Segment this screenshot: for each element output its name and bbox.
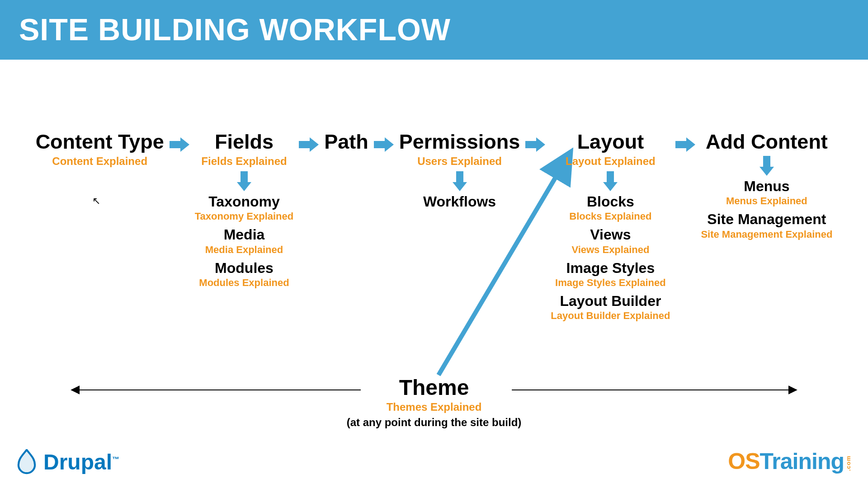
theme-block: Theme Themes Explained (at any point dur… [0, 375, 868, 429]
child-title: Taxonomy [195, 194, 293, 210]
workflow-step: PermissionsUsers ExplainedWorkflows [399, 131, 520, 214]
drupal-text: Drupal [43, 450, 112, 474]
theme-subtitle: Themes Explained [0, 401, 868, 413]
cursor-icon: ↖ [92, 195, 100, 207]
arrow-down-icon [237, 171, 251, 191]
ost-training-text: Training [760, 449, 844, 474]
drupal-logo: Drupal™ [16, 449, 119, 474]
slide: SITE BUILDING WORKFLOW Content TypeConte… [0, 0, 868, 488]
page-title: SITE BUILDING WORKFLOW [19, 12, 849, 47]
theme-title: Theme [0, 375, 868, 400]
child-item: Image StylesImage Styles Explained [555, 260, 666, 289]
step-subtitle: Layout Explained [566, 155, 656, 168]
drupal-tm: ™ [112, 455, 119, 463]
child-subtitle: Image Styles Explained [555, 277, 666, 289]
svg-marker-6 [525, 137, 545, 152]
step-title: Content Type [36, 131, 164, 152]
drupal-drop-icon [16, 449, 37, 474]
arrow-right-icon [170, 137, 189, 152]
workflow-step: Content TypeContent Explained [36, 131, 164, 168]
child-item: TaxonomyTaxonomy Explained [195, 194, 293, 222]
svg-marker-3 [299, 137, 319, 152]
child-subtitle: Taxonomy Explained [195, 211, 293, 222]
svg-marker-9 [760, 156, 774, 176]
child-title: Layout Builder [551, 293, 670, 309]
ostraining-logo: OSTraining.com [728, 448, 852, 474]
step-title: Fields [215, 131, 274, 152]
child-item: Layout BuilderLayout Builder Explained [551, 293, 670, 322]
child-subtitle: Site Management Explained [701, 229, 832, 240]
arrow-right-icon [299, 137, 319, 152]
arrow-down-icon [453, 171, 467, 191]
svg-marker-5 [453, 171, 467, 191]
step-title: Path [324, 131, 368, 152]
workflow-step: Add ContentMenusMenus ExplainedSite Mana… [701, 131, 832, 245]
arrow-right-icon [374, 137, 394, 152]
child-subtitle: Modules Explained [199, 277, 289, 289]
theme-note: (at any point during the site build) [0, 416, 868, 429]
child-item: Site ManagementSite Management Explained [701, 211, 832, 240]
step-children: BlocksBlocks ExplainedViewsViews Explain… [551, 194, 670, 326]
child-title: Workflows [423, 194, 496, 210]
step-subtitle: Fields Explained [201, 155, 287, 168]
svg-marker-4 [374, 137, 394, 152]
child-title: Media [205, 227, 283, 243]
footer: Drupal™ OSTraining.com [0, 448, 868, 479]
svg-marker-8 [675, 137, 695, 152]
child-item: MenusMenus Explained [726, 178, 807, 207]
child-item: ViewsViews Explained [571, 227, 649, 255]
child-title: Image Styles [555, 260, 666, 276]
step-title: Layout [577, 131, 644, 152]
svg-marker-7 [603, 171, 618, 191]
step-title: Permissions [399, 131, 520, 152]
step-title: Add Content [706, 131, 828, 152]
child-item: BlocksBlocks Explained [569, 194, 651, 222]
arrow-down-icon [603, 171, 618, 191]
child-item: MediaMedia Explained [205, 227, 283, 255]
child-title: Blocks [569, 194, 651, 210]
child-title: Views [571, 227, 649, 243]
child-title: Menus [726, 178, 807, 194]
svg-marker-2 [237, 171, 251, 191]
step-subtitle: Users Explained [417, 155, 502, 168]
step-children: TaxonomyTaxonomy ExplainedMediaMedia Exp… [195, 194, 293, 293]
step-children: Workflows [423, 194, 496, 214]
title-bar: SITE BUILDING WORKFLOW [0, 0, 868, 60]
step-children: MenusMenus ExplainedSite ManagementSite … [701, 178, 832, 244]
child-title: Site Management [701, 211, 832, 227]
step-subtitle: Content Explained [52, 155, 147, 168]
child-item: ModulesModules Explained [199, 260, 289, 289]
workflow-step: FieldsFields ExplainedTaxonomyTaxonomy E… [195, 131, 293, 293]
arrow-right-icon [675, 137, 695, 152]
child-title: Modules [199, 260, 289, 276]
arrow-right-icon [525, 137, 545, 152]
child-subtitle: Media Explained [205, 244, 283, 256]
child-item: Workflows [423, 194, 496, 210]
workflow-step: Path [324, 131, 368, 152]
child-subtitle: Blocks Explained [569, 211, 651, 222]
ost-os-text: OS [728, 449, 760, 474]
child-subtitle: Views Explained [571, 244, 649, 256]
child-subtitle: Layout Builder Explained [551, 310, 670, 322]
ost-dotcom-text: .com [845, 455, 852, 471]
arrow-down-icon [760, 156, 774, 176]
workflow-diagram: Content TypeContent ExplainedFieldsField… [0, 131, 868, 326]
workflow-step: LayoutLayout ExplainedBlocksBlocks Expla… [551, 131, 670, 326]
child-subtitle: Menus Explained [726, 195, 807, 207]
svg-marker-1 [170, 137, 189, 152]
